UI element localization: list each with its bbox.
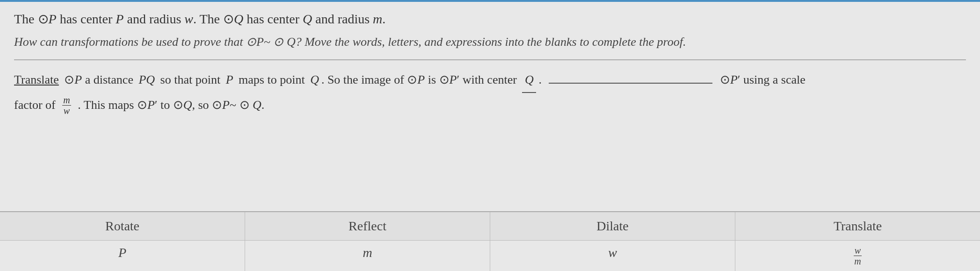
- fraction-denominator: w: [63, 106, 71, 116]
- proof-text-1a: ⊙P a distance: [61, 68, 137, 92]
- word-bank-dilate[interactable]: Dilate: [490, 212, 735, 240]
- word-bank-reflect[interactable]: Reflect: [245, 212, 490, 240]
- word-bank-rotate[interactable]: Rotate: [0, 212, 245, 240]
- content-area: The ⊙P has center P and radius w. The ⊙Q…: [14, 5, 966, 122]
- m-option: m: [363, 245, 372, 260]
- fraction-m-over-w: m w: [62, 95, 71, 116]
- word-bank-section: Rotate Reflect Dilate Translate P m w: [0, 211, 980, 271]
- proof-text-2a: factor of: [14, 93, 58, 117]
- radius-w: w: [184, 12, 193, 26]
- center-q: Q: [303, 12, 312, 26]
- circle-p-symbol: ⊙: [38, 12, 49, 26]
- proof-text-1e: .: [538, 68, 544, 92]
- word-bank-w[interactable]: w: [490, 241, 735, 271]
- q-letter-1: Q: [234, 12, 243, 26]
- fraction-numerator: m: [62, 95, 71, 106]
- p-letter-1: P: [49, 12, 57, 26]
- blank-long[interactable]: [549, 83, 712, 84]
- w-option: w: [608, 245, 617, 260]
- translate-word-proof: Translate: [14, 68, 59, 92]
- word-bank-w-over-m[interactable]: w m: [735, 241, 980, 271]
- rotate-label: Rotate: [105, 219, 139, 233]
- w-over-m-fraction: w m: [853, 245, 862, 266]
- word-bank-m[interactable]: m: [245, 241, 490, 271]
- paragraph-2: How can transformations be used to prove…: [14, 33, 966, 51]
- blank-center[interactable]: Q: [522, 68, 536, 93]
- divider-top: [14, 59, 966, 60]
- main-container: The ⊙P has center P and radius w. The ⊙Q…: [0, 0, 980, 271]
- reflect-label: Reflect: [348, 219, 386, 233]
- proof-section: Translate ⊙P a distance PQ so that point…: [14, 63, 966, 122]
- dilate-label: Dilate: [596, 219, 628, 233]
- proof-p2: P: [226, 68, 233, 92]
- center-p: P: [116, 12, 123, 26]
- w-over-m-numerator: w: [854, 245, 862, 256]
- proof-q2: Q: [310, 68, 319, 92]
- paragraph-1: The ⊙P has center P and radius w. The ⊙Q…: [14, 9, 966, 29]
- proof-text-1c: maps to point: [236, 68, 308, 92]
- top-decorative-line: [0, 0, 980, 2]
- p-option: P: [118, 245, 126, 260]
- word-bank-row-1: Rotate Reflect Dilate Translate: [0, 212, 980, 241]
- w-over-m-denominator: m: [853, 256, 862, 266]
- translate-label: Translate: [834, 219, 882, 233]
- word-bank-row-2: P m w w m: [0, 241, 980, 271]
- proof-text-1d: . So the image of ⊙P is ⊙P′ with center: [321, 68, 520, 92]
- proof-text-1f: ⊙P′ using a scale: [717, 68, 805, 92]
- proof-pq: PQ: [138, 68, 155, 92]
- word-bank-translate[interactable]: Translate: [735, 212, 980, 240]
- radius-m: m: [373, 12, 382, 26]
- proof-text-2b: . This maps ⊙P′ to ⊙Q, so ⊙P~ ⊙ Q.: [75, 93, 265, 117]
- proof-text-1b: so that point: [157, 68, 224, 92]
- word-bank-p[interactable]: P: [0, 241, 245, 271]
- circle-q-symbol: ⊙: [223, 12, 234, 26]
